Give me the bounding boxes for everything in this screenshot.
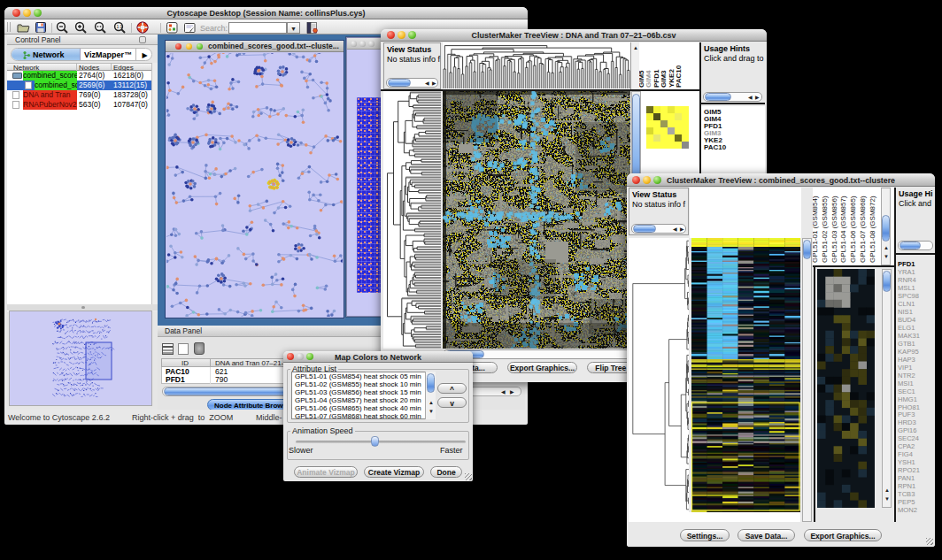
svg-text:1:1: 1:1 — [116, 24, 122, 29]
